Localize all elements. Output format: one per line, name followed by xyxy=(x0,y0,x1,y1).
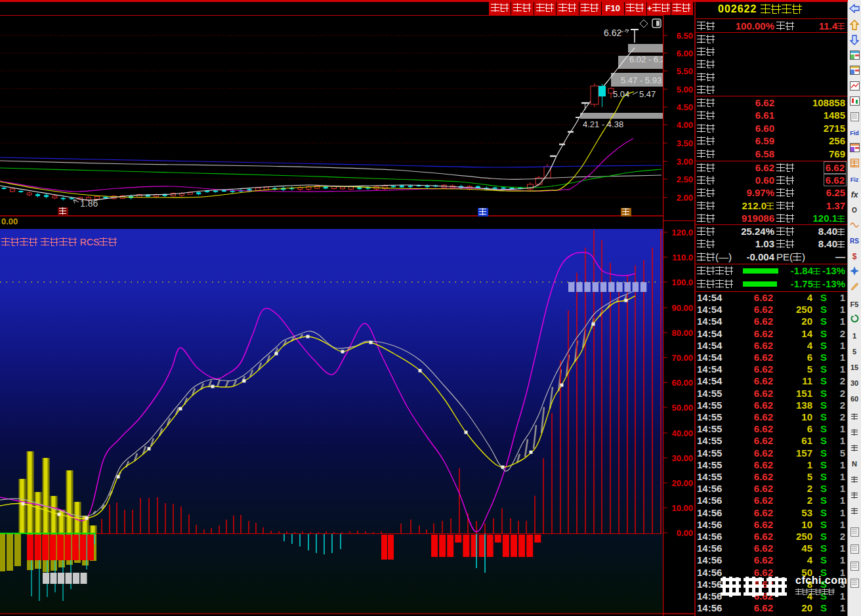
svg-text:6.02 - 6.2: 6.02 - 6.2 xyxy=(629,54,663,64)
svg-text:10.00: 10.00 xyxy=(671,503,693,513)
svg-text:3.50: 3.50 xyxy=(677,138,693,148)
svg-text:120.0: 120.0 xyxy=(671,228,693,237)
svg-text:20.00: 20.00 xyxy=(671,478,693,488)
svg-text:70.00: 70.00 xyxy=(671,353,693,363)
svg-text:3.00: 3.00 xyxy=(677,157,693,167)
svg-text:2.00: 2.00 xyxy=(677,193,693,203)
svg-text:5.50: 5.50 xyxy=(677,66,693,76)
svg-text:5.47: 5.47 xyxy=(639,89,656,99)
svg-text:90.00: 90.00 xyxy=(671,303,693,313)
svg-text:80.00: 80.00 xyxy=(671,328,693,338)
svg-text:110.0: 110.0 xyxy=(672,253,693,262)
svg-text:40.00: 40.00 xyxy=(671,428,693,438)
svg-text:30.00: 30.00 xyxy=(671,453,693,463)
svg-text:5.47 - 5.93: 5.47 - 5.93 xyxy=(621,75,662,85)
svg-text:0.00: 0.00 xyxy=(1,216,18,226)
svg-text:6.00: 6.00 xyxy=(677,49,693,58)
svg-text:0.00: 0.00 xyxy=(677,528,693,538)
svg-text:5.00: 5.00 xyxy=(677,85,693,94)
svg-text:6.50: 6.50 xyxy=(677,31,693,41)
svg-text:60.00: 60.00 xyxy=(671,378,693,388)
svg-text:2.50: 2.50 xyxy=(677,175,693,184)
svg-text:4.00: 4.00 xyxy=(677,120,693,130)
svg-text:1.86: 1.86 xyxy=(80,198,98,209)
svg-text:4.50: 4.50 xyxy=(677,102,693,112)
svg-text:4.21 - 4.38: 4.21 - 4.38 xyxy=(583,119,623,129)
svg-text:50.00: 50.00 xyxy=(671,403,693,413)
svg-text:100.0: 100.0 xyxy=(671,277,693,287)
svg-text:5.04: 5.04 xyxy=(613,89,629,99)
